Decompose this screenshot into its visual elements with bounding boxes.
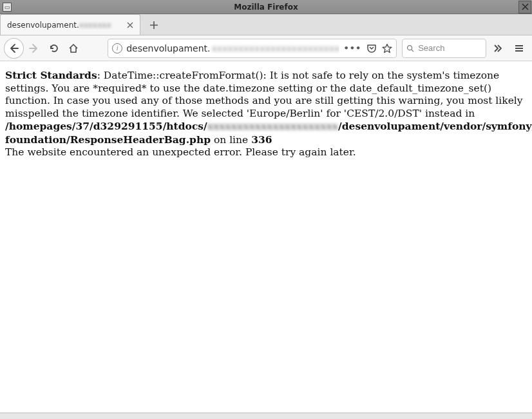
pocket-button[interactable] — [366, 43, 377, 54]
path-part1: /homepages/37/d329291155/htdocs/ — [5, 120, 207, 132]
svg-point-0 — [408, 45, 412, 50]
window-titlebar: ▭ Mozilla Firefox — [0, 0, 532, 14]
on-line-label: on line — [211, 134, 251, 146]
generic-error-message: The website encountered an unexpected er… — [5, 146, 527, 159]
search-input[interactable] — [418, 43, 482, 53]
page-actions-button[interactable]: ••• — [343, 43, 361, 53]
tab-label-visible: desenvolupament. — [7, 21, 79, 30]
site-info-icon[interactable]: i — [112, 43, 122, 54]
line-number: 336 — [251, 133, 272, 146]
navigation-toolbar: i desenvolupament.xxxxxxxxxxxxxxxxxxxxxx… — [0, 35, 532, 61]
page-content: Strict Standards: DateTime::createFromFo… — [0, 61, 532, 164]
browser-tab[interactable]: desenvolupament.xxxxxxx — [0, 14, 140, 35]
forward-button[interactable] — [25, 39, 44, 58]
app-menu-button[interactable] — [509, 39, 528, 58]
back-button[interactable] — [4, 38, 24, 59]
overflow-menu-button[interactable] — [489, 39, 508, 58]
home-icon — [68, 43, 79, 54]
plus-icon — [149, 21, 158, 30]
star-icon — [382, 43, 392, 54]
tab-label: desenvolupament.xxxxxxx — [7, 21, 124, 30]
statusbar — [0, 413, 532, 419]
close-icon — [127, 22, 133, 28]
reload-button[interactable] — [44, 39, 63, 58]
new-tab-button[interactable] — [144, 15, 164, 35]
pocket-icon — [366, 43, 377, 54]
close-icon — [522, 3, 529, 10]
arrow-right-icon — [29, 43, 39, 54]
window-menu-icon[interactable]: ▭ — [3, 3, 12, 12]
arrow-left-icon — [8, 43, 19, 54]
tab-label-obscured: xxxxxxx — [79, 21, 111, 30]
url-visible: desenvolupament. — [126, 43, 210, 54]
path-obscured: xxxxxxxxxxxxxxxxxxxxxx — [207, 120, 338, 132]
search-icon — [406, 44, 414, 53]
url-text: desenvolupament.xxxxxxxxxxxxxxxxxxxxxxxx — [126, 43, 339, 54]
chevron-double-right-icon — [493, 43, 503, 54]
strict-standards-label: Strict Standards — [5, 69, 97, 81]
url-obscured: xxxxxxxxxxxxxxxxxxxxxxxx — [212, 43, 340, 54]
tab-strip: desenvolupament.xxxxxxx — [0, 14, 532, 35]
tab-close-button[interactable] — [124, 19, 136, 31]
search-bar[interactable] — [402, 39, 486, 58]
reload-icon — [49, 43, 59, 54]
address-bar[interactable]: i desenvolupament.xxxxxxxxxxxxxxxxxxxxxx… — [108, 39, 397, 58]
window-close-button[interactable] — [518, 1, 531, 14]
home-button[interactable] — [64, 39, 83, 58]
bookmark-button[interactable] — [382, 43, 392, 54]
window-title: Mozilla Firefox — [0, 3, 532, 12]
php-error-paragraph: Strict Standards: DateTime::createFromFo… — [5, 69, 527, 146]
hamburger-icon — [514, 43, 524, 54]
